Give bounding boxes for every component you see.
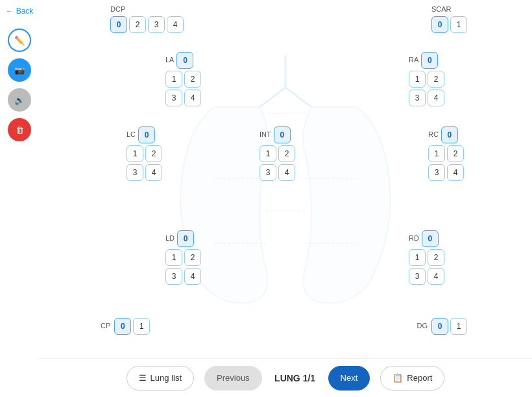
int-btn-3[interactable]: 3 (260, 164, 276, 181)
ra-label: RA (409, 56, 418, 64)
ra-btn-0[interactable]: 0 (421, 52, 438, 69)
next-label: Next (341, 373, 358, 383)
ld-btn-0[interactable]: 0 (177, 230, 194, 247)
scar-btn-0[interactable]: 0 (431, 16, 448, 33)
scar-label: SCAR (431, 5, 467, 13)
dcp-btn-4[interactable]: 4 (167, 16, 184, 33)
report-icon: 📋 (393, 373, 403, 383)
dg-btn-1[interactable]: 1 (450, 318, 467, 335)
cp-btn-0[interactable]: 0 (114, 318, 131, 335)
camera-button[interactable]: 📷 (8, 58, 31, 82)
list-icon: ☰ (139, 373, 147, 383)
next-button[interactable]: Next (328, 366, 370, 391)
back-arrow-icon: ← (6, 6, 14, 16)
rc-btn-3[interactable]: 3 (428, 164, 445, 181)
cp-label: CP (101, 322, 110, 330)
previous-label: Previous (217, 373, 250, 383)
lung-list-label: Lung list (151, 373, 182, 383)
rc-row-12: 1 2 (428, 145, 464, 162)
bottom-navigation: ☰ Lung list Previous LUNG 1/1 Next 📋 Rep… (39, 358, 532, 397)
dg-btn-0[interactable]: 0 (431, 318, 448, 335)
scar-row: 0 1 (431, 16, 467, 33)
cp-row: 0 1 (114, 318, 150, 335)
lc-control: LC 0 1 2 3 4 (127, 126, 162, 181)
rc-btn-1[interactable]: 1 (428, 145, 445, 162)
int-label: INT (260, 130, 271, 138)
lc-btn-3[interactable]: 3 (127, 164, 143, 181)
la-btn-2[interactable]: 2 (184, 71, 201, 88)
dcp-btn-0[interactable]: 0 (110, 16, 127, 33)
dcp-btn-3[interactable]: 3 (148, 16, 165, 33)
rd-row-34: 3 4 (409, 268, 444, 285)
lc-label: LC (127, 130, 136, 138)
lc-btn-4[interactable]: 4 (145, 164, 162, 181)
la-control: LA 0 1 2 3 4 (165, 52, 201, 106)
cp-control: CP 0 1 (101, 318, 150, 335)
svg-line-1 (260, 88, 285, 107)
ra-btn-3[interactable]: 3 (409, 90, 426, 106)
rd-btn-0[interactable]: 0 (422, 230, 439, 247)
back-button[interactable]: ← Back (6, 6, 34, 16)
rd-control: RD 0 1 2 3 4 (409, 230, 444, 285)
la-btn-1[interactable]: 1 (165, 71, 182, 88)
dg-label: DG (417, 322, 428, 330)
audio-icon: 🔊 (14, 95, 25, 105)
rd-btn-2[interactable]: 2 (428, 249, 444, 266)
rd-btn-3[interactable]: 3 (409, 268, 426, 285)
lc-row-34: 3 4 (127, 164, 162, 181)
int-row-34: 3 4 (260, 164, 295, 181)
scar-btn-1[interactable]: 1 (450, 16, 467, 33)
ld-control: LD 0 1 2 3 4 (165, 230, 201, 285)
lung-info: LUNG 1/1 (272, 373, 318, 383)
int-btn-2[interactable]: 2 (278, 145, 295, 162)
ld-btn-4[interactable]: 4 (184, 268, 201, 285)
rc-control: RC 0 1 2 3 4 (428, 126, 464, 181)
dcp-row: 0 2 3 4 (110, 16, 184, 33)
lc-btn-1[interactable]: 1 (127, 145, 143, 162)
camera-icon: 📷 (14, 66, 25, 75)
ld-btn-2[interactable]: 2 (184, 249, 201, 266)
int-btn-4[interactable]: 4 (278, 164, 295, 181)
rc-btn-2[interactable]: 2 (447, 145, 464, 162)
dg-control: DG 0 1 (417, 318, 468, 335)
previous-button[interactable]: Previous (204, 366, 262, 391)
audio-button[interactable]: 🔊 (8, 88, 31, 112)
dcp-btn-2[interactable]: 2 (129, 16, 146, 33)
rc-btn-4[interactable]: 4 (447, 164, 464, 181)
edit-button[interactable]: ✏️ (8, 29, 31, 52)
rd-btn-1[interactable]: 1 (409, 249, 426, 266)
ra-btn-2[interactable]: 2 (428, 71, 444, 88)
lc-row-12: 1 2 (127, 145, 162, 162)
ld-row-12: 1 2 (165, 249, 201, 266)
la-btn-4[interactable]: 4 (184, 90, 201, 106)
lc-btn-0[interactable]: 0 (138, 126, 155, 143)
la-btn-3[interactable]: 3 (165, 90, 182, 106)
back-label: Back (16, 6, 34, 16)
la-row-34: 3 4 (165, 90, 201, 106)
rd-label: RD (409, 234, 419, 242)
rc-btn-0[interactable]: 0 (441, 126, 458, 143)
int-btn-1[interactable]: 1 (260, 145, 276, 162)
delete-button[interactable]: 🗑 (8, 118, 31, 141)
ld-btn-1[interactable]: 1 (165, 249, 182, 266)
int-row-12: 1 2 (260, 145, 295, 162)
main-content: DCP 0 2 3 4 SCAR 0 1 LA 0 1 2 3 4 (39, 0, 532, 397)
report-button[interactable]: 📋 Report (380, 366, 444, 391)
ra-btn-4[interactable]: 4 (428, 90, 444, 106)
sidebar: ← Back ✏️ 📷 🔊 🗑 (0, 0, 39, 397)
rc-label: RC (428, 130, 439, 138)
la-row-12: 1 2 (165, 71, 201, 88)
int-btn-0[interactable]: 0 (274, 126, 291, 143)
lung-list-button[interactable]: ☰ Lung list (127, 366, 194, 391)
lc-btn-2[interactable]: 2 (145, 145, 162, 162)
ra-btn-1[interactable]: 1 (409, 71, 426, 88)
ld-btn-3[interactable]: 3 (165, 268, 182, 285)
report-label: Report (407, 373, 432, 383)
cp-btn-1[interactable]: 1 (133, 318, 150, 335)
rd-btn-4[interactable]: 4 (428, 268, 444, 285)
ld-label: LD (165, 234, 175, 242)
int-control: INT 0 1 2 3 4 (260, 126, 295, 181)
la-btn-0[interactable]: 0 (176, 52, 193, 69)
svg-line-2 (285, 88, 311, 107)
rd-row-12: 1 2 (409, 249, 444, 266)
